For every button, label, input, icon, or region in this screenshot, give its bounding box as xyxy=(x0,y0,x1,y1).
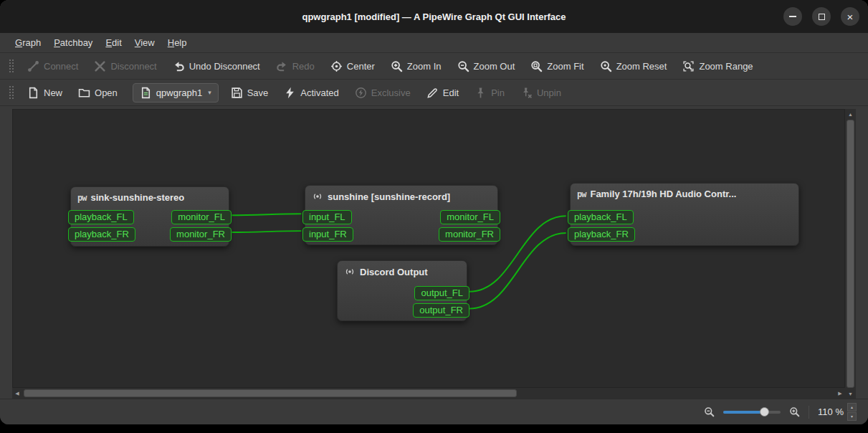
cable-monitor-fr-to-input-fr xyxy=(232,231,301,232)
close-button[interactable]: × xyxy=(841,7,859,26)
zoom-range-label: Zoom Range xyxy=(699,61,753,72)
graph-canvas[interactable]: pw sink-sunshine-stereo playback_FL play… xyxy=(12,109,845,388)
vertical-scrollbar[interactable]: ▲ ▼ xyxy=(845,109,856,399)
save-icon xyxy=(231,87,243,99)
pin-icon xyxy=(474,87,487,99)
scroll-up-arrow-icon[interactable]: ▲ xyxy=(845,109,856,119)
port-family-playback-fl[interactable]: playback_FL xyxy=(568,210,634,224)
port-sink-playback-fl[interactable]: playback_FL xyxy=(68,210,134,224)
node-sunshine-record[interactable]: sunshine [sunshine-record] input_FL inpu… xyxy=(305,185,498,245)
pipewire-icon: pw xyxy=(77,193,86,203)
spin-up-icon[interactable]: ▴ xyxy=(847,403,857,411)
menu-edit[interactable]: Edit xyxy=(99,34,128,51)
open-button[interactable]: Open xyxy=(72,83,124,103)
media-stream-icon xyxy=(344,266,356,277)
connection-cables xyxy=(13,110,844,387)
pencil-icon xyxy=(426,87,439,99)
canvas-viewport: pw sink-sunshine-stereo playback_FL play… xyxy=(0,108,868,399)
scroll-right-arrow-icon[interactable]: ▶ xyxy=(835,388,845,399)
maximize-button[interactable] xyxy=(812,7,831,26)
zoom-in-label: Zoom In xyxy=(407,61,442,72)
activated-button[interactable]: Activated xyxy=(277,83,345,103)
save-label: Save xyxy=(247,87,269,98)
menu-view[interactable]: View xyxy=(128,34,161,51)
pipewire-icon: pw xyxy=(577,189,586,199)
connect-button[interactable]: Connect xyxy=(21,57,85,76)
toolbar-drag-handle[interactable] xyxy=(9,59,14,73)
patchbay-toolbar: New Open qpwgraph1 ▾ Save Activated Excl… xyxy=(0,80,868,106)
new-button[interactable]: New xyxy=(21,83,69,103)
save-button[interactable]: Save xyxy=(224,83,275,103)
undo-icon xyxy=(173,60,185,72)
patchbay-selector-value: qpwgraph1 xyxy=(156,87,202,98)
new-file-icon xyxy=(27,87,39,99)
node-sink-sunshine-stereo[interactable]: pw sink-sunshine-stereo playback_FL play… xyxy=(70,186,229,247)
graph-toolbar: Connect Disconnect Undo Disconnect Redo … xyxy=(0,53,868,80)
port-sink-monitor-fl[interactable]: monitor_FL xyxy=(171,210,232,224)
titlebar[interactable]: qpwgraph1 [modified] — A PipeWire Graph … xyxy=(0,0,868,33)
patchbay-selector[interactable]: qpwgraph1 ▾ xyxy=(133,83,219,103)
node-header: sunshine [sunshine-record] xyxy=(305,186,497,205)
port-sunshine-input-fl[interactable]: input_FL xyxy=(302,210,352,224)
port-sink-monitor-fr[interactable]: monitor_FR xyxy=(170,227,232,242)
zoom-in-icon xyxy=(391,60,403,72)
connect-label: Connect xyxy=(44,61,78,72)
menu-graph[interactable]: Graph xyxy=(9,34,47,51)
unpin-label: Unpin xyxy=(537,87,561,98)
window-title: qpwgraph1 [modified] — A PipeWire Graph … xyxy=(302,11,566,22)
port-sink-playback-fr[interactable]: playback_FR xyxy=(68,227,135,242)
zoom-spinbox[interactable]: 110 % ▴ ▾ xyxy=(818,403,857,421)
unpin-button[interactable]: Unpin xyxy=(514,83,568,103)
port-sunshine-monitor-fr[interactable]: monitor_FR xyxy=(439,227,500,242)
zoom-in-button[interactable]: Zoom In xyxy=(384,57,448,76)
connect-icon xyxy=(27,60,39,72)
zoom-slider[interactable] xyxy=(723,407,781,417)
center-button[interactable]: Center xyxy=(324,57,381,76)
lightning-bolt-icon xyxy=(284,87,296,99)
vertical-scrollbar-thumb[interactable] xyxy=(846,120,854,388)
horizontal-scrollbar[interactable]: ◀ ▶ xyxy=(12,388,845,399)
node-title: Discord Output xyxy=(360,267,428,277)
node-title: Family 17h/19h HD Audio Contr... xyxy=(590,189,736,199)
zoom-out-icon[interactable] xyxy=(704,406,715,417)
disconnect-label: Disconnect xyxy=(110,61,156,72)
close-icon: × xyxy=(847,11,854,22)
horizontal-scrollbar-thumb[interactable] xyxy=(24,389,517,397)
redo-button[interactable]: Redo xyxy=(270,57,321,76)
menu-help[interactable]: Help xyxy=(161,34,194,51)
zoom-value[interactable]: 110 % xyxy=(818,406,844,417)
zoom-range-button[interactable]: Zoom Range xyxy=(676,57,759,76)
undo-disconnect-button[interactable]: Undo Disconnect xyxy=(166,57,267,76)
scroll-down-arrow-icon[interactable]: ▼ xyxy=(845,389,856,399)
scroll-left-arrow-icon[interactable]: ◀ xyxy=(12,388,22,399)
menu-patchbay[interactable]: Patchbay xyxy=(47,34,99,51)
media-stream-icon xyxy=(312,191,323,202)
minimize-button[interactable] xyxy=(783,7,802,26)
node-title: sunshine [sunshine-record] xyxy=(328,191,450,202)
disconnect-button[interactable]: Disconnect xyxy=(87,57,163,76)
zoom-slider-handle[interactable] xyxy=(760,407,769,417)
zoom-reset-button[interactable]: Zoom Reset xyxy=(593,57,674,76)
port-sunshine-input-fr[interactable]: input_FR xyxy=(302,227,353,242)
port-sunshine-monitor-fl[interactable]: monitor_FL xyxy=(440,210,500,224)
edit-button[interactable]: Edit xyxy=(420,83,465,103)
cable-monitor-fl-to-input-fl xyxy=(232,214,301,215)
edit-label: Edit xyxy=(443,87,459,98)
node-family-hd-audio[interactable]: pw Family 17h/19h HD Audio Contr... play… xyxy=(570,183,799,246)
port-discord-output-fr[interactable]: output_FR xyxy=(413,303,469,318)
patchbay-file-icon xyxy=(140,87,152,99)
port-family-playback-fr[interactable]: playback_FR xyxy=(568,227,635,242)
redo-icon xyxy=(276,60,288,72)
center-icon xyxy=(330,60,343,72)
node-discord-output[interactable]: Discord Output output_FL output_FR xyxy=(337,260,467,321)
zoom-in-icon[interactable] xyxy=(789,406,800,417)
pin-button[interactable]: Pin xyxy=(468,83,511,103)
toolbar-drag-handle[interactable] xyxy=(9,85,14,100)
node-header: pw Family 17h/19h HD Audio Contr... xyxy=(571,184,798,202)
zoom-fit-button[interactable]: Zoom Fit xyxy=(524,57,590,76)
statusbar-separator xyxy=(809,406,809,419)
zoom-out-button[interactable]: Zoom Out xyxy=(451,57,522,76)
port-discord-output-fl[interactable]: output_FL xyxy=(414,286,469,300)
exclusive-button[interactable]: Exclusive xyxy=(348,83,417,103)
spin-down-icon[interactable]: ▾ xyxy=(847,412,857,421)
